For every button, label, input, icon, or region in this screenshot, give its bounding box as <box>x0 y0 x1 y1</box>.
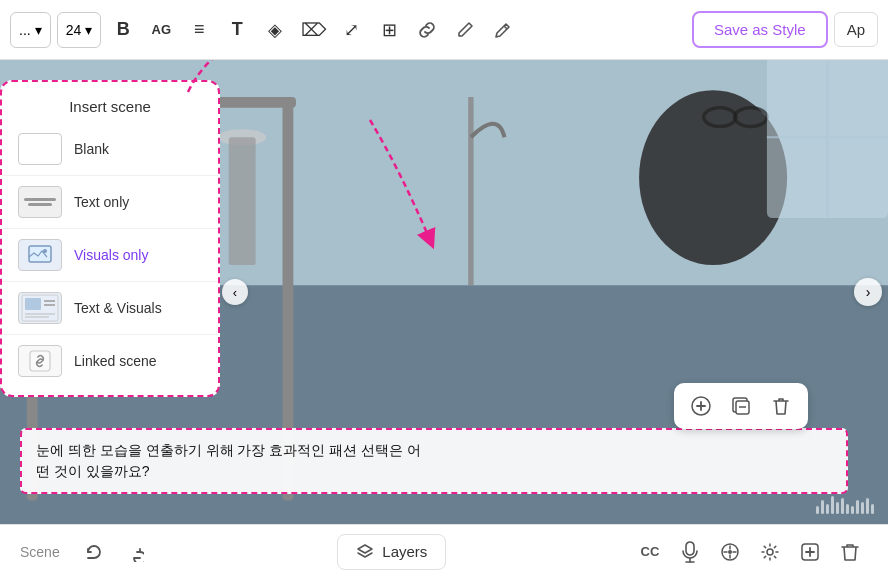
scene-item-visuals-only-label: Visuals only <box>74 247 148 263</box>
divider <box>2 281 218 282</box>
divider <box>2 228 218 229</box>
layers-button[interactable]: Layers <box>337 534 446 570</box>
bottom-toolbar: Scene Layers CC <box>0 524 888 578</box>
cc-button[interactable]: CC <box>632 534 668 570</box>
waveform-bar <box>856 500 859 514</box>
fill-button[interactable]: ◈ <box>259 14 291 46</box>
subtitle-add-button[interactable] <box>684 389 718 423</box>
waveform-bar <box>831 496 834 514</box>
svg-point-22 <box>639 90 787 265</box>
text-visuals-thumb <box>18 292 62 324</box>
ag-button[interactable]: AG <box>145 14 177 46</box>
divider <box>2 334 218 335</box>
pen-button[interactable] <box>449 14 481 46</box>
subtitle-actions <box>674 383 808 429</box>
waveform-bar <box>861 502 864 514</box>
font-name-value: ... <box>19 22 31 38</box>
text-button[interactable]: T <box>221 14 253 46</box>
magic-button[interactable] <box>712 534 748 570</box>
scene-item-text-only[interactable]: Text only <box>2 178 218 226</box>
svg-point-42 <box>767 549 773 555</box>
insert-scene-panel: Insert scene Blank Text only <box>0 80 220 397</box>
scene-item-linked-scene[interactable]: Linked scene <box>2 337 218 385</box>
mic-button[interactable] <box>672 534 708 570</box>
scene-item-text-visuals[interactable]: Text & Visuals <box>2 284 218 332</box>
pencil-button[interactable] <box>487 14 519 46</box>
waveform-bar <box>871 504 874 514</box>
font-size-value: 24 <box>66 22 82 38</box>
font-size-arrow: ▾ <box>85 22 92 38</box>
scene-item-visuals-only[interactable]: Visuals only <box>2 231 218 279</box>
font-name-dropdown[interactable]: ... ▾ <box>10 12 51 48</box>
waveform-bar <box>836 502 839 514</box>
scene-label: Scene <box>20 544 72 560</box>
save-as-style-button[interactable]: Save as Style <box>692 11 828 48</box>
scene-item-text-visuals-label: Text & Visuals <box>74 300 162 316</box>
waveform-bar <box>821 500 824 514</box>
strikethrough-button[interactable]: ⌦ <box>297 14 329 46</box>
blank-thumb <box>18 133 62 165</box>
svg-point-1 <box>43 249 47 253</box>
bold-button[interactable]: B <box>107 14 139 46</box>
add-button[interactable] <box>792 534 828 570</box>
top-toolbar: ... ▾ 24 ▾ B AG ≡ T ◈ ⌦ ⤢ ⊞ <box>0 0 888 60</box>
right-chevron-button[interactable]: › <box>854 278 882 306</box>
layers-label: Layers <box>382 543 427 560</box>
svg-rect-3 <box>25 298 41 310</box>
left-panel-toggle[interactable]: ‹ <box>222 279 248 305</box>
subtitle-box[interactable]: 눈에 띄한 모습을 연출하기 위해 가장 효과적인 패션 선택은 어 떤 것이 … <box>20 428 848 494</box>
waveform <box>816 496 874 514</box>
waveform-bar <box>851 506 854 514</box>
cc-icon: CC <box>641 544 660 559</box>
ap-button[interactable]: Ap <box>834 12 878 47</box>
font-size-dropdown[interactable]: 24 ▾ <box>57 12 102 48</box>
main-area: Insert scene Blank Text only <box>0 60 888 524</box>
insert-scene-title: Insert scene <box>2 92 218 125</box>
divider <box>2 175 218 176</box>
visuals-only-thumb <box>18 239 62 271</box>
scene-item-blank[interactable]: Blank <box>2 125 218 173</box>
settings-button[interactable] <box>752 534 788 570</box>
undo-button[interactable] <box>76 534 112 570</box>
delete-button[interactable] <box>832 534 868 570</box>
subtitle-text-line1: 눈에 띄한 모습을 연출하기 위해 가장 효과적인 패션 선택은 어 <box>36 442 421 458</box>
align-button[interactable]: ≡ <box>183 14 215 46</box>
svg-rect-37 <box>686 542 694 555</box>
svg-rect-21 <box>229 137 256 265</box>
subtitle-delete-button[interactable] <box>764 389 798 423</box>
waveform-bar <box>846 504 849 514</box>
grid-button[interactable]: ⊞ <box>373 14 405 46</box>
text-only-thumb <box>18 186 62 218</box>
layers-icon <box>356 543 374 561</box>
svg-rect-8 <box>30 351 50 371</box>
expand-button[interactable]: ⤢ <box>335 14 367 46</box>
waveform-bar <box>866 498 869 514</box>
subtitle-text-line2: 떤 것이 있을까요? <box>36 463 150 479</box>
waveform-bar <box>816 506 819 514</box>
font-name-arrow: ▾ <box>35 22 42 38</box>
link-button[interactable] <box>411 14 443 46</box>
waveform-bar <box>826 504 829 514</box>
scene-item-linked-scene-label: Linked scene <box>74 353 157 369</box>
scene-item-blank-label: Blank <box>74 141 109 157</box>
svg-point-41 <box>728 550 732 554</box>
redo-button[interactable] <box>116 534 152 570</box>
scene-item-text-only-label: Text only <box>74 194 129 210</box>
waveform-bar <box>841 498 844 514</box>
linked-scene-thumb <box>18 345 62 377</box>
subtitle-copy-style-button[interactable] <box>724 389 758 423</box>
